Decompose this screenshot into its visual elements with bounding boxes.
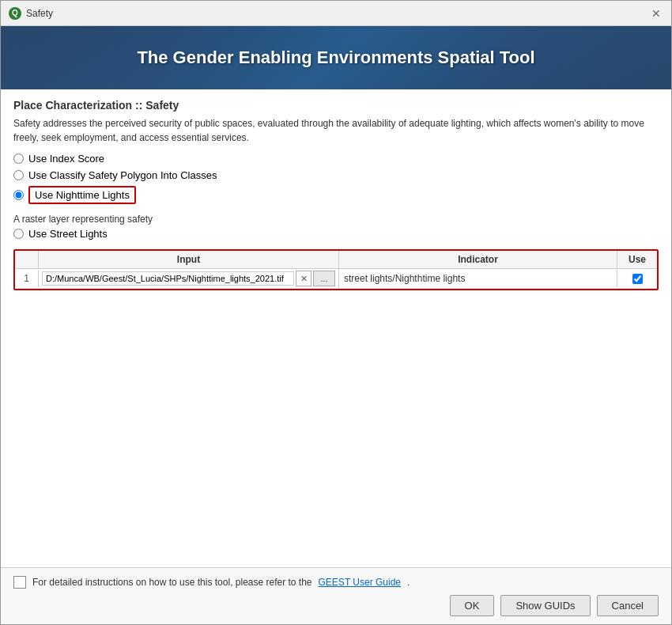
footer-buttons: OK Show GUIDs Cancel <box>13 595 659 616</box>
radio-street-lights[interactable] <box>13 229 24 239</box>
col-header-num <box>15 251 39 268</box>
main-window: Q Safety ✕ The Gender Enabling Environme… <box>0 0 672 625</box>
use-checkbox-cell[interactable] <box>617 271 657 287</box>
geest-user-guide-link[interactable]: GEEST User Guide <box>319 577 401 588</box>
radio-label-street-lights[interactable]: Use Street Lights <box>28 228 108 240</box>
ok-button[interactable]: OK <box>450 595 495 616</box>
browse-file-button[interactable]: ... <box>313 271 335 286</box>
indicator-cell: street lights/Nighthtime lights <box>339 270 617 287</box>
col-header-use: Use <box>617 251 657 268</box>
file-input-cell: ✕ ... <box>39 269 339 288</box>
radio-item-index-score[interactable]: Use Index Score <box>13 153 659 165</box>
radio-item-street-lights[interactable]: Use Street Lights <box>13 228 659 240</box>
main-content: Place Characterization :: Safety Safety … <box>1 89 671 567</box>
use-checkbox[interactable] <box>632 274 643 284</box>
row-num: 1 <box>15 270 39 287</box>
radio-label-index-score[interactable]: Use Index Score <box>28 153 104 165</box>
footer-link-suffix: . <box>407 577 410 588</box>
app-icon: Q <box>9 7 21 20</box>
footer-info: For detailed instructions on how to use … <box>13 576 659 589</box>
raster-sublabel: A raster layer representing safety <box>13 214 659 225</box>
radio-group: Use Index Score Use Classify Safety Poly… <box>13 153 659 204</box>
footer: For detailed instructions on how to use … <box>1 567 671 624</box>
window-title: Safety <box>26 8 53 19</box>
file-path-input[interactable] <box>42 271 294 286</box>
show-guids-button[interactable]: Show GUIDs <box>500 595 590 616</box>
table-header: Input Indicator Use <box>15 251 657 269</box>
radio-index-score[interactable] <box>13 153 24 164</box>
clear-file-button[interactable]: ✕ <box>296 271 311 286</box>
header-banner: The Gender Enabling Environments Spatial… <box>1 26 671 89</box>
close-button[interactable]: ✕ <box>649 6 663 21</box>
title-bar-left: Q Safety <box>9 7 53 20</box>
radio-nighttime[interactable] <box>13 190 24 200</box>
radio-item-nighttime[interactable]: Use Nighttime Lights <box>13 186 659 204</box>
table-row: 1 ✕ ... street lights/Nighthtime lights <box>15 269 657 289</box>
radio-label-nighttime[interactable]: Use Nighttime Lights <box>28 186 136 204</box>
section-description: Safety addresses the perceived security … <box>13 116 659 145</box>
footer-info-icon <box>13 576 26 589</box>
title-bar: Q Safety ✕ <box>1 1 671 26</box>
cancel-button[interactable]: Cancel <box>597 595 659 616</box>
radio-item-classify[interactable]: Use Classify Safety Polygon Into Classes <box>13 169 659 181</box>
header-title: The Gender Enabling Environments Spatial… <box>137 47 534 68</box>
radio-label-classify[interactable]: Use Classify Safety Polygon Into Classes <box>28 169 217 181</box>
footer-info-text: For detailed instructions on how to use … <box>32 577 312 588</box>
section-title: Place Characterization :: Safety <box>13 99 659 112</box>
input-table-container: Input Indicator Use 1 ✕ ... street light… <box>13 249 659 290</box>
col-header-indicator: Indicator <box>339 251 617 268</box>
col-header-input: Input <box>39 251 339 268</box>
radio-classify[interactable] <box>13 170 24 180</box>
